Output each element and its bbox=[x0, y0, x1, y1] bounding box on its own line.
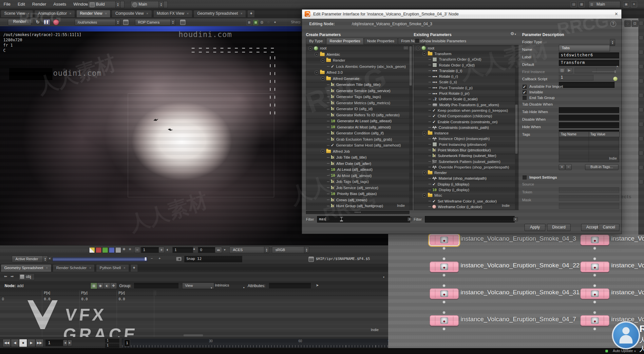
existing-tree-scrollbar[interactable] bbox=[515, 46, 518, 209]
output-pin[interactable] bbox=[593, 301, 596, 304]
net-tool-button[interactable] bbox=[639, 79, 643, 83]
create-tree-scrollbar[interactable] bbox=[409, 46, 412, 209]
output-pin[interactable] bbox=[593, 274, 596, 277]
panes-icon[interactable]: ▦ bbox=[578, 1, 585, 8]
tab-close-icon[interactable]: × bbox=[123, 266, 125, 270]
tree-item-job-tags-alfj-tags[interactable]: bJob Tags (alfj_tags) bbox=[306, 179, 412, 185]
tree-item-at-most-alfj-atmost[interactable]: 10At Most (alfj_atmost) bbox=[306, 173, 412, 179]
create-tab-node-properties[interactable]: Node Properties bbox=[364, 38, 398, 45]
channel-all-chip[interactable] bbox=[89, 247, 95, 253]
existing-filter-input[interactable] bbox=[425, 216, 515, 223]
sun-icon[interactable]: ✳ bbox=[128, 247, 131, 251]
menu-render[interactable]: Render bbox=[28, 0, 50, 9]
pane-tab-scene-view[interactable]: Scene View× bbox=[1, 10, 33, 18]
output-pin[interactable] bbox=[593, 247, 596, 250]
view-dropdown[interactable]: View▼ bbox=[182, 283, 214, 289]
tree-item-render[interactable]: −Render bbox=[306, 57, 412, 64]
stop-button[interactable] bbox=[53, 19, 59, 25]
help-corner-icon[interactable]: ✦ bbox=[631, 1, 637, 8]
output-pin[interactable] bbox=[443, 327, 445, 330]
net-tool-button[interactable] bbox=[639, 151, 643, 155]
menu-file[interactable]: File bbox=[0, 0, 14, 9]
tree-item-alembic[interactable]: −Alembic bbox=[306, 51, 412, 58]
tree-item-modify-pre-transform-i-pre-xform[interactable]: Modify Pre-Transform (i_pre_xform) bbox=[414, 102, 518, 108]
checkbox-available-for-import[interactable] bbox=[522, 84, 527, 89]
render-button[interactable]: Render bbox=[8, 19, 31, 26]
tree-item-child-compensation-childcomp[interactable]: ✓Child Compensation (childcomp) bbox=[414, 113, 518, 119]
tree-item-translate-i-t[interactable]: ●●●Translate (i_t) bbox=[414, 68, 518, 73]
gear-icon[interactable]: ⚙▼ bbox=[510, 31, 517, 36]
geometry-spreadsheet[interactable]: P[x]P[y]P[z] 00.00.00.0 bbox=[0, 290, 388, 337]
folder-type-spinner[interactable]: ▲▼ bbox=[610, 39, 615, 46]
channel-red-chip[interactable] bbox=[96, 247, 102, 253]
snapshot-camera-icon[interactable] bbox=[176, 257, 181, 261]
path-dropdown-arrow[interactable]: ▼ bbox=[383, 276, 385, 278]
snowflake-icon[interactable]: ❄ bbox=[123, 247, 125, 251]
contrast-field[interactable]: 1 bbox=[172, 247, 193, 253]
step-forward-button[interactable]: ▶ bbox=[67, 340, 72, 346]
net-tool-button[interactable] bbox=[639, 108, 643, 112]
tree-item-at-least-alfj-atleast[interactable]: 10At Least (alfj_atleast) bbox=[306, 167, 412, 173]
net-tool-button[interactable] bbox=[639, 122, 643, 127]
create-tree-hscroll[interactable] bbox=[306, 211, 409, 214]
input-pin[interactable] bbox=[443, 257, 445, 260]
viewer-dropdown-arrow[interactable]: ▼ bbox=[223, 248, 226, 251]
tree-item-point-instancing-ptinstance[interactable]: Point Instancing (ptinstance) bbox=[414, 142, 518, 147]
net-tool-button[interactable] bbox=[639, 21, 643, 26]
range-end-field[interactable]: 1 bbox=[105, 343, 120, 348]
save-rop-icon[interactable] bbox=[123, 20, 128, 25]
pin-icon[interactable]: ➤ bbox=[316, 283, 319, 287]
create-tab-render-properties[interactable]: Render Properties bbox=[326, 38, 363, 45]
tree-item-after-date-alfj-after[interactable]: bAfter Date (alfj_after) bbox=[306, 161, 412, 167]
create-tab-by-type[interactable]: By Type bbox=[306, 38, 326, 45]
expander-icon[interactable]: − bbox=[321, 58, 325, 63]
camera-dropdown[interactable]: ROP Camera bbox=[135, 19, 173, 26]
output-pin[interactable] bbox=[443, 301, 445, 304]
output-pin[interactable] bbox=[443, 247, 445, 250]
remove-tag-button[interactable]: − bbox=[565, 164, 572, 170]
tree-item-enable-constraints-constraints-on[interactable]: ✓Enable Constraints (constraints_on) bbox=[414, 119, 518, 125]
net-tool-button[interactable] bbox=[639, 50, 643, 54]
create-filter-input[interactable]: mas bbox=[317, 216, 410, 223]
channel-blue-chip[interactable] bbox=[109, 247, 115, 253]
channel-green-chip[interactable] bbox=[102, 247, 108, 253]
memory-slider[interactable] bbox=[52, 257, 147, 262]
close-icon[interactable]: ✕ bbox=[615, 10, 618, 18]
vertex-mode-button[interactable]: ◉ bbox=[97, 283, 104, 289]
tree-item-generator-at-most-alfg-atmost[interactable]: 10Generator At Most (alfg_atmost) bbox=[306, 124, 412, 130]
tree-item-root[interactable]: −root bbox=[414, 45, 518, 51]
import-settings-checkbox[interactable] bbox=[522, 175, 527, 180]
pane-tab-composite-view[interactable]: Composite View× bbox=[112, 10, 152, 18]
tree-item-generator-same-host-alfg-samehost[interactable]: ✓Generator Same Host (alfg_samehost) bbox=[306, 142, 412, 148]
expander-icon[interactable]: − bbox=[422, 131, 426, 135]
expander-icon[interactable]: − bbox=[321, 76, 325, 81]
tree-item-rotate-order-i-rord[interactable]: Rotate Order (i_rOrd) bbox=[414, 62, 518, 68]
tree-item-render[interactable]: −Render bbox=[414, 170, 518, 176]
intrinsics-dropdown[interactable]: Intrinsics▼ bbox=[212, 283, 246, 288]
builtin-tags-button[interactable]: Built-in Tags... bbox=[585, 164, 618, 170]
tree-item-crews-alfj-crews[interactable]: bCrews (alfj_crews) bbox=[306, 197, 412, 203]
pane-tab-add[interactable]: + bbox=[247, 10, 255, 18]
lut-icon[interactable]: ⏛ bbox=[215, 247, 222, 253]
close-slider-icon[interactable]: ✕ bbox=[48, 257, 51, 260]
spreadsheet-scroll-grip[interactable] bbox=[183, 334, 203, 336]
refresh-icon[interactable]: ↻ bbox=[35, 19, 41, 25]
expander-icon[interactable]: − bbox=[422, 171, 426, 175]
column-header-p-z[interactable]: P[z] bbox=[117, 290, 156, 296]
play-button[interactable]: ▶ bbox=[27, 339, 35, 347]
tab-close-icon[interactable]: × bbox=[28, 12, 29, 15]
create-filter-dropdown[interactable]: ▼ bbox=[407, 217, 412, 221]
pane-tab-animation-editor[interactable]: Animation Editor× bbox=[34, 10, 75, 18]
tree-item-alfred-generate[interactable]: −Alfred Generate bbox=[306, 76, 412, 82]
bottom-tab-python-shell[interactable]: Python Shell× bbox=[96, 264, 129, 272]
exposure-plus-button[interactable]: + bbox=[159, 247, 164, 253]
network-node[interactable]: instance_Volc bbox=[580, 288, 644, 299]
help-icon[interactable]: ? bbox=[610, 21, 616, 27]
tab-close-icon[interactable]: × bbox=[187, 12, 189, 15]
menu-assets[interactable]: Assets bbox=[50, 0, 70, 9]
output-pin[interactable] bbox=[443, 274, 445, 277]
gamma-icon[interactable]: ✦ bbox=[193, 247, 196, 251]
tags-table[interactable]: Tag NameTag ValueIndie bbox=[559, 131, 619, 162]
window-icon[interactable]: ▣ bbox=[623, 1, 629, 8]
apply-button[interactable]: Apply bbox=[524, 224, 545, 231]
